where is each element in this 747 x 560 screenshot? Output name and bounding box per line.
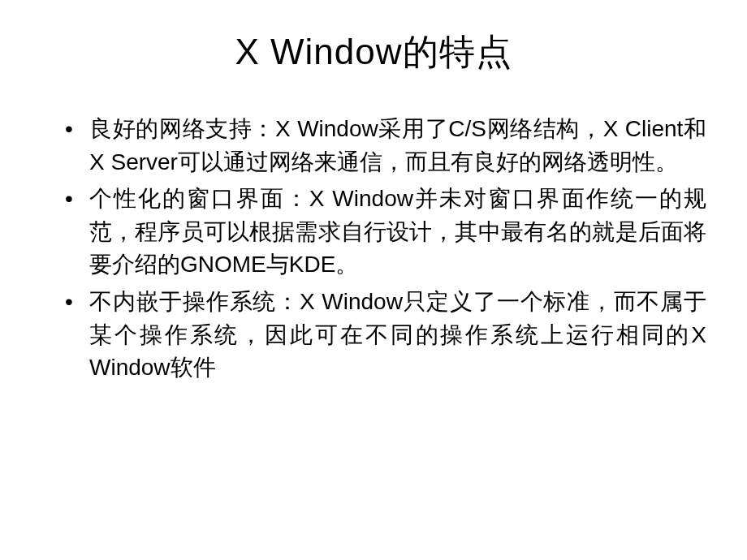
slide-content: 良好的网络支持：X Window采用了C/S网络结构，X Client和X Se…	[41, 113, 706, 385]
bullet-list: 良好的网络支持：X Window采用了C/S网络结构，X Client和X Se…	[65, 113, 706, 385]
list-item: 个性化的窗口界面：X Window并未对窗口界面作统一的规范，程序员可以根据需求…	[65, 183, 706, 282]
slide-title: X Window的特点	[41, 28, 706, 76]
list-item: 良好的网络支持：X Window采用了C/S网络结构，X Client和X Se…	[65, 113, 706, 179]
list-item: 不内嵌于操作系统：X Window只定义了一个标准，而不属于某个操作系统，因此可…	[65, 286, 706, 385]
